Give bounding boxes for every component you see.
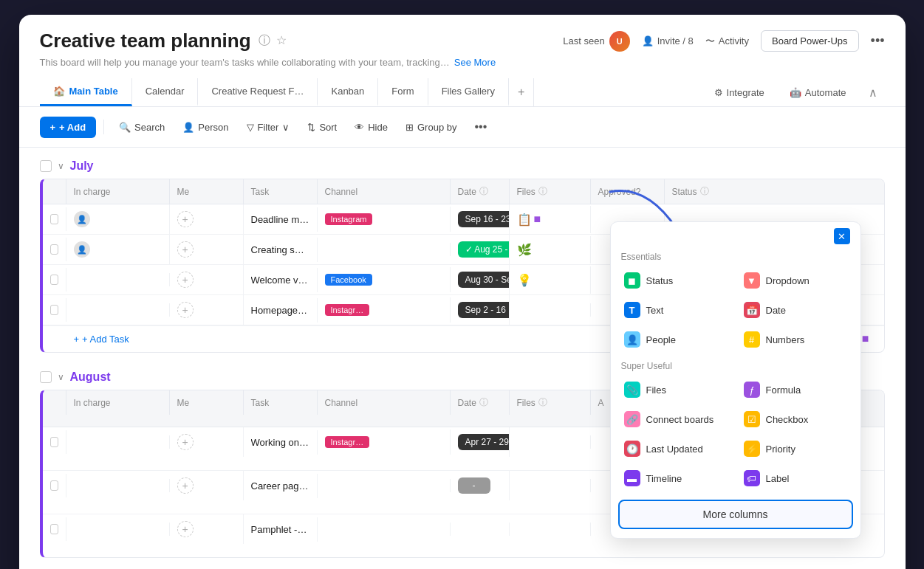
timeline-label: Timeline xyxy=(646,473,682,484)
td-files xyxy=(510,303,591,317)
tab-main-table[interactable]: 🏠 Main Table xyxy=(40,78,132,106)
subtitle: This board will help you manage your tea… xyxy=(40,57,885,68)
label-icon: 🏷 xyxy=(744,470,760,486)
files-info-icon: ⓘ xyxy=(538,396,547,409)
invite-label: Invite / 8 xyxy=(657,35,694,46)
tab-form[interactable]: Form xyxy=(378,78,428,106)
hide-label: Hide xyxy=(368,122,388,133)
label-label: Label xyxy=(766,473,790,484)
td-channel: Instagr… xyxy=(318,430,451,455)
dropdown-item-numbers[interactable]: # Numbers xyxy=(736,325,855,354)
group-july-chevron[interactable]: ∨ xyxy=(58,161,64,171)
td-channel: Instagram xyxy=(318,207,451,232)
dropdown-item-checkbox[interactable]: ☑ Checkbox xyxy=(736,405,855,433)
star-icon[interactable]: ☆ xyxy=(276,33,287,49)
search-button[interactable]: 🔍 Search xyxy=(112,117,172,137)
dropdown-item-formula[interactable]: ƒ Formula xyxy=(736,376,855,404)
checkbox-label: Checkbox xyxy=(766,414,809,425)
dropdown-item-people[interactable]: 👤 People xyxy=(617,325,735,354)
power-ups-button[interactable]: Board Power-Ups xyxy=(761,30,859,52)
filter-chevron: ∨ xyxy=(282,122,290,133)
connect-boards-label: Connect boards xyxy=(646,414,714,425)
integrate-button[interactable]: ⚙ Integrate xyxy=(704,81,775,104)
dropdown-item-status[interactable]: ◼ Status xyxy=(617,266,735,294)
td-files: 📋■ xyxy=(510,206,591,233)
filter-button[interactable]: ▽ Filter ∨ xyxy=(239,117,298,137)
date-info-icon: ⓘ xyxy=(479,185,488,198)
automate-button[interactable]: 🤖 Automate xyxy=(779,81,857,104)
th-in-charge: In charge xyxy=(66,179,170,204)
hide-button[interactable]: 👁 Hide xyxy=(347,117,395,137)
td-checkbox[interactable] xyxy=(43,430,66,454)
group-july-title[interactable]: July xyxy=(70,159,94,173)
tab-creative-request[interactable]: Creative Request F… xyxy=(198,78,318,106)
td-checkbox[interactable] xyxy=(43,268,66,292)
dropdown-item-files[interactable]: 📎 Files xyxy=(617,376,735,404)
td-checkbox[interactable] xyxy=(43,517,66,541)
tab-label: Form xyxy=(391,86,414,97)
td-files xyxy=(510,435,591,449)
files-icon: 📎 xyxy=(624,382,640,398)
header-actions: Last seen U 👤 Invite / 8 〜 Activity Boar… xyxy=(563,30,884,52)
group-by-button[interactable]: ⊞ Group by xyxy=(398,117,464,137)
dropdown-item-priority[interactable]: ⚡ Priority xyxy=(736,435,855,463)
td-files xyxy=(510,523,591,536)
priority-icon: ⚡ xyxy=(744,441,760,457)
tab-kanban[interactable]: Kanban xyxy=(318,78,378,106)
dropdown-item-text[interactable]: T Text xyxy=(617,296,735,324)
dropdown-close-button[interactable]: ✕ xyxy=(834,228,850,244)
dropdown-item-connect-boards[interactable]: 🔗 Connect boards xyxy=(617,405,735,433)
more-columns-button[interactable]: More columns xyxy=(618,500,853,529)
td-extra2 xyxy=(43,500,66,514)
add-button[interactable]: + + Add xyxy=(40,117,97,138)
toolbar-more-button[interactable]: ••• xyxy=(467,116,494,138)
person-button[interactable]: 👤 Person xyxy=(175,117,236,137)
th-in-charge: In charge xyxy=(66,390,170,415)
tab-calendar[interactable]: Calendar xyxy=(132,78,199,106)
status-label: Status xyxy=(646,275,674,286)
td-checkbox[interactable] xyxy=(43,298,66,322)
more-icon[interactable]: ••• xyxy=(871,33,885,49)
th-files: Files ⓘ xyxy=(510,390,591,415)
th-date: Date ⓘ xyxy=(451,179,510,204)
integrate-label: Integrate xyxy=(727,87,764,98)
collapse-button[interactable]: ∧ xyxy=(861,80,885,106)
info-icon[interactable]: ⓘ xyxy=(259,33,270,49)
td-checkbox[interactable] xyxy=(43,207,66,231)
dropdown-item-label[interactable]: 🏷 Label xyxy=(736,464,855,492)
th-extra2 xyxy=(43,415,66,427)
td-task: Deadline mode video xyxy=(244,207,318,232)
td-extra2 xyxy=(43,457,66,470)
th-channel: Channel xyxy=(318,390,451,415)
td-me: + xyxy=(170,514,244,544)
td-extra2 xyxy=(43,544,66,557)
tab-files-gallery[interactable]: Files Gallery xyxy=(428,78,509,106)
dropdown-item-dropdown[interactable]: ▼ Dropdown xyxy=(736,266,855,294)
group-august-title[interactable]: August xyxy=(70,370,111,384)
group-august-chevron[interactable]: ∨ xyxy=(58,372,64,382)
search-label: Search xyxy=(134,122,165,133)
invite-button[interactable]: 👤 Invite / 8 xyxy=(642,35,694,46)
td-me: + xyxy=(170,204,244,234)
tab-add-button[interactable]: + xyxy=(509,78,534,106)
td-files xyxy=(510,479,591,492)
td-channel xyxy=(318,523,451,536)
group-july-header: ∨ July xyxy=(40,159,885,173)
see-more-link[interactable]: See More xyxy=(454,57,496,68)
dropdown-item-last-updated[interactable]: 🕐 Last Updated xyxy=(617,435,735,463)
group-august-checkbox[interactable] xyxy=(40,371,52,383)
activity-button[interactable]: 〜 Activity xyxy=(705,35,749,48)
th-date: Date ⓘ xyxy=(451,390,510,415)
dropdown-item-date[interactable]: 📅 Date xyxy=(736,296,855,324)
automate-icon: 🤖 xyxy=(790,87,801,98)
toolbar-separator xyxy=(103,120,104,134)
td-channel: Instagr… xyxy=(318,297,451,323)
dropdown-label: Dropdown xyxy=(766,275,810,286)
sort-button[interactable]: ⇅ Sort xyxy=(300,117,344,137)
td-checkbox[interactable] xyxy=(43,238,66,261)
group-july-checkbox[interactable] xyxy=(40,160,52,172)
td-checkbox[interactable] xyxy=(43,474,66,497)
dropdown-item-timeline[interactable]: ▬ Timeline xyxy=(617,464,735,492)
td-in-charge: 👤 xyxy=(66,235,170,264)
td-date: Sep 2 - 16 xyxy=(451,295,510,325)
